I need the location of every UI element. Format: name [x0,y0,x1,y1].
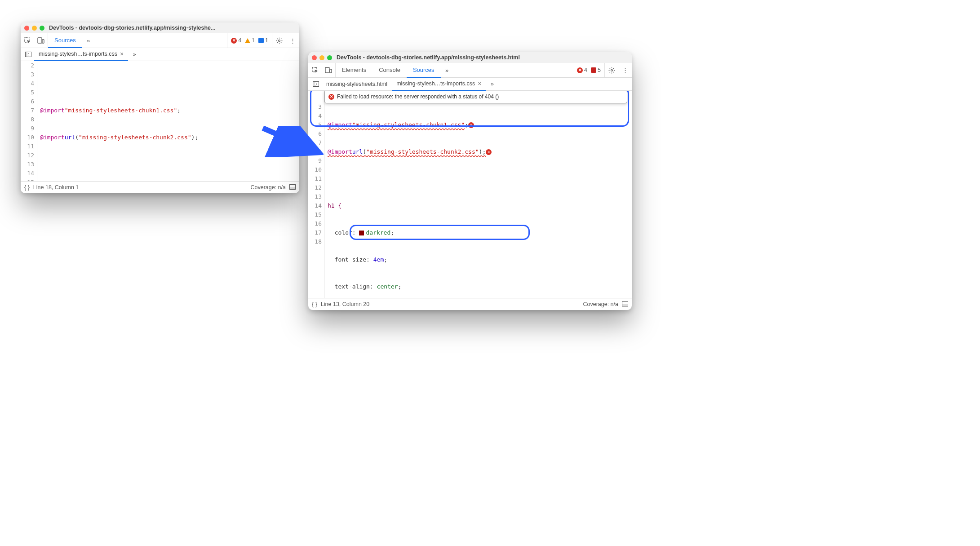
device-toolbar-icon[interactable] [322,63,335,77]
file-tab-html[interactable]: missing-stylesheets.html [322,78,392,90]
settings-icon[interactable] [272,33,286,48]
tab-sources[interactable]: Sources [48,33,82,48]
issue-count-badge[interactable]: 5 [591,67,601,73]
close-tab-icon[interactable]: × [120,50,124,58]
code-editor[interactable]: 23456789101112131415161718 @import "miss… [21,61,299,181]
minimize-window-icon[interactable] [319,55,324,60]
svg-rect-5 [26,52,27,57]
svg-rect-15 [622,304,628,306]
close-window-icon[interactable] [24,26,29,31]
more-file-tabs-icon[interactable]: » [486,81,498,87]
navigator-toggle-icon[interactable] [310,81,322,87]
inspect-icon[interactable] [308,63,322,77]
issue-count-badge[interactable]: 1 [258,37,268,44]
svg-rect-9 [325,67,329,73]
svg-point-3 [278,40,280,41]
error-marker-icon[interactable]: ✕ [486,149,492,155]
tab-console[interactable]: Console [372,62,407,78]
kebab-menu-icon[interactable]: ⋮ [286,33,299,48]
drawer-toggle-icon[interactable] [289,184,296,191]
svg-line-16 [263,128,315,151]
code-editor[interactable]: ✕ Failed to load resource: the server re… [308,91,632,298]
navigator-toggle-icon[interactable] [22,52,34,57]
coverage-label: Coverage: n/a [250,184,286,191]
cursor-position: Line 18, Column 1 [33,184,79,191]
file-tabs: missing-stylesheets.html missing-stylesh… [308,78,632,91]
titlebar[interactable]: DevTools - devtools-dbg-stories.netlify.… [21,22,299,33]
cursor-position: Line 13, Column 20 [321,301,369,307]
more-tabs-icon[interactable]: » [441,67,453,74]
warning-count-badge[interactable]: 1 [245,37,255,44]
settings-icon[interactable] [605,63,618,77]
svg-rect-2 [42,40,44,43]
line-gutter: 23456789101112131415161718 [21,61,37,181]
coverage-label: Coverage: n/a [583,301,618,307]
zoom-window-icon[interactable] [40,26,44,31]
error-icon: ✕ [328,94,334,100]
devtools-window-before: DevTools - devtools-dbg-stories.netlify.… [21,22,299,193]
more-tabs-icon[interactable]: » [82,37,95,44]
svg-rect-7 [290,187,296,190]
toolbar: Sources » ✕4 1 1 ⋮ [21,33,299,48]
file-tab-css[interactable]: missing-stylesh…ts-imports.css × [392,77,486,91]
status-bar: { } Line 13, Column 20 Coverage: n/a [308,298,632,310]
svg-point-11 [611,69,612,71]
error-count-badge[interactable]: ✕4 [577,67,587,73]
minimize-window-icon[interactable] [32,26,37,31]
toolbar: Elements Console Sources » ✕4 5 ⋮ [308,63,632,78]
inspect-icon[interactable] [21,33,34,48]
error-marker-icon[interactable]: ✕ [468,122,474,128]
braces-icon[interactable]: { } [24,184,30,191]
svg-rect-1 [38,38,42,43]
color-swatch-darkred[interactable] [359,231,364,235]
zoom-window-icon[interactable] [327,55,332,60]
titlebar[interactable]: DevTools - devtools-dbg-stories.netlify.… [308,52,632,63]
close-window-icon[interactable] [312,55,317,60]
drawer-toggle-icon[interactable] [622,301,628,308]
status-bar: { } Line 18, Column 1 Coverage: n/a [21,181,299,193]
devtools-window-after: DevTools - devtools-dbg-stories.netlify.… [308,52,632,310]
svg-rect-10 [330,69,332,73]
tab-elements[interactable]: Elements [336,62,372,78]
close-tab-icon[interactable]: × [478,80,481,87]
window-title: DevTools - devtools-dbg-stories.netlify.… [337,54,628,61]
braces-icon[interactable]: { } [312,301,317,307]
device-toolbar-icon[interactable] [34,33,48,48]
line-gutter: 3456789101112131415161718 [308,91,325,298]
code-body[interactable]: @import "missing-stylesheets-chukn1.css"… [325,91,632,298]
file-tabs: missing-stylesh…ts-imports.css × » [21,48,299,61]
error-count-badge[interactable]: ✕4 [231,37,241,44]
window-title: DevTools - devtools-dbg-stories.netlify.… [49,25,296,31]
svg-rect-13 [313,82,315,87]
error-tooltip: ✕ Failed to load resource: the server re… [324,91,627,103]
file-tab-css[interactable]: missing-stylesh…ts-imports.css × [34,48,128,61]
more-file-tabs-icon[interactable]: » [128,51,141,58]
kebab-menu-icon[interactable]: ⋮ [618,63,632,77]
tab-sources[interactable]: Sources [407,62,441,78]
code-body[interactable]: @import "missing-stylesheets-chukn1.css"… [37,61,299,181]
flow-arrow-icon [261,126,324,157]
